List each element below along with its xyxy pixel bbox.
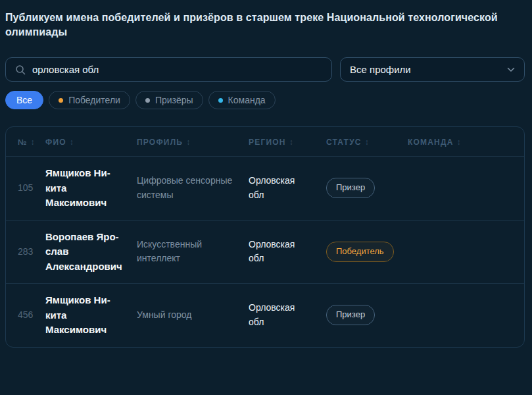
cell-region: Орловская обл <box>249 157 326 221</box>
chip-winners-label: Победители <box>68 95 120 105</box>
cell-team <box>408 157 524 221</box>
sort-icon: ↕ <box>70 138 74 147</box>
chip-winners[interactable]: Победители <box>49 91 130 109</box>
column-header-region[interactable]: РЕГИОН↕ <box>249 127 326 157</box>
table-row: 283 Воропаев Яро­слав Александро­вич Иск… <box>6 220 524 284</box>
status-badge: Призер <box>326 305 375 325</box>
profile-select-value: Все профили <box>350 64 411 75</box>
winner-dot-icon <box>59 98 63 103</box>
results-table-card: №↕ ФИО↕ ПРОФИЛЬ↕ РЕГИОН↕ СТАТУС↕ КОМАНДА… <box>5 126 525 348</box>
chip-all[interactable]: Все <box>5 91 43 109</box>
status-badge: Призер <box>326 178 375 198</box>
cell-profile: Искусственный интеллект <box>137 220 249 284</box>
cell-region: Орловская обл <box>249 220 326 284</box>
column-header-name[interactable]: ФИО↕ <box>45 127 137 157</box>
sort-icon: ↕ <box>31 138 36 147</box>
search-icon <box>15 65 26 75</box>
sort-icon: ↕ <box>186 138 191 147</box>
cell-region: Орловская обл <box>249 284 326 347</box>
chip-team[interactable]: Команда <box>208 91 276 109</box>
column-header-status[interactable]: СТАТУС↕ <box>326 127 408 157</box>
cell-name: Ямщиков Ни­кита Максимович <box>45 284 137 347</box>
cell-number: 105 <box>6 157 45 221</box>
cell-status: Призер <box>326 157 408 221</box>
cell-profile: Умный город <box>137 284 249 347</box>
column-header-profile[interactable]: ПРОФИЛЬ↕ <box>137 127 249 157</box>
sort-icon: ↕ <box>365 138 370 147</box>
cell-team <box>408 220 524 284</box>
cell-team <box>408 284 524 347</box>
cell-name: Воропаев Яро­слав Александро­вич <box>45 220 137 284</box>
cell-number: 456 <box>6 284 45 347</box>
cell-name: Ямщиков Ни­кита Максимович <box>45 157 137 221</box>
page-title: Публикуем имена победителей и призёров в… <box>5 11 508 40</box>
status-badge: Победитель <box>326 242 394 262</box>
filters-bar: Все профили <box>5 57 525 82</box>
chip-all-label: Все <box>16 95 32 105</box>
table-row: 105 Ямщиков Ни­кита Максимович Цифровые … <box>6 157 524 221</box>
chip-prize[interactable]: Призёры <box>135 91 203 109</box>
sort-icon: ↕ <box>289 138 294 147</box>
sort-icon: ↕ <box>457 138 462 147</box>
cell-status: Призер <box>326 284 408 347</box>
search-input[interactable] <box>32 64 322 75</box>
table-header-row: №↕ ФИО↕ ПРОФИЛЬ↕ РЕГИОН↕ СТАТУС↕ КОМАНДА… <box>6 127 524 157</box>
profile-select[interactable]: Все профили <box>340 57 525 82</box>
column-header-num[interactable]: №↕ <box>6 127 45 157</box>
search-box[interactable] <box>5 57 332 82</box>
team-dot-icon <box>218 98 223 103</box>
cell-profile: Цифровые сенсорные системы <box>137 157 249 221</box>
table-row: 456 Ямщиков Ни­кита Максимович Умный гор… <box>6 284 524 347</box>
cell-status: Победитель <box>326 220 408 284</box>
column-header-team[interactable]: КОМАНДА↕ <box>408 127 524 157</box>
status-filter-chips: Все Победители Призёры Команда <box>5 91 525 109</box>
chip-prize-label: Призёры <box>155 95 193 105</box>
chevron-down-icon <box>507 67 515 72</box>
chip-team-label: Команда <box>228 95 266 105</box>
results-table: №↕ ФИО↕ ПРОФИЛЬ↕ РЕГИОН↕ СТАТУС↕ КОМАНДА… <box>6 127 524 347</box>
prize-dot-icon <box>145 98 150 103</box>
cell-number: 283 <box>6 220 45 284</box>
